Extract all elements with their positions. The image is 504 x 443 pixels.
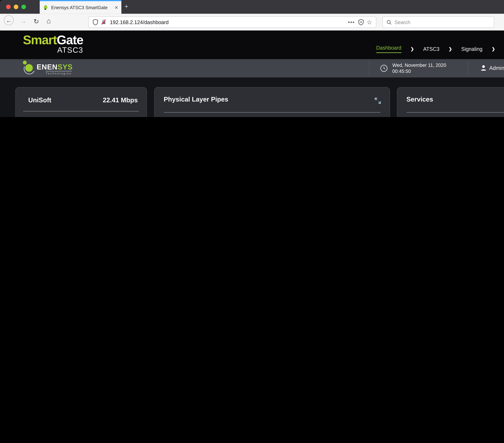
user-icon xyxy=(480,65,487,71)
home-button[interactable]: ⌂ xyxy=(47,17,51,25)
app-header: SmartGate ATSC3 Dashboard ❯ ATSC3 ❯ Sign… xyxy=(0,31,504,59)
window-close-button[interactable] xyxy=(6,4,11,9)
breadcrumb: Dashboard ❯ ATSC3 ❯ Signaling ❯ PLP Mapp… xyxy=(376,45,504,53)
sub-header: ENENSYS Technologies Wed, November 11, 2… xyxy=(0,59,504,77)
search-bar[interactable]: Search xyxy=(382,17,494,28)
unisoft-bitrate: 22.41 Mbps xyxy=(103,97,138,104)
smartgate-logo: SmartGate ATSC3 xyxy=(23,33,83,55)
plp-title: Physical Layer Pipes xyxy=(164,96,228,104)
window-titlebar: Enensys ATSC3 SmartGate ✕ + xyxy=(0,0,504,14)
user-menu-label[interactable]: Administrator xyxy=(489,65,504,71)
brand-enen: ENEN xyxy=(36,63,57,71)
plp-panel: Physical Layer Pipes Bitrate (Mbps) 0510… xyxy=(154,87,390,117)
search-icon xyxy=(387,20,392,25)
bookmark-star-icon[interactable]: ☆ xyxy=(367,18,372,26)
page-actions-icon[interactable]: ••• xyxy=(348,19,355,25)
back-button[interactable]: ← xyxy=(4,15,14,25)
services-title: Services xyxy=(406,96,433,104)
browser-tab[interactable]: Enensys ATSC3 SmartGate ✕ xyxy=(40,0,121,14)
date-text: Wed, November 11, 2020 xyxy=(392,62,446,68)
window-minimize-button[interactable] xyxy=(14,4,18,9)
url-bar[interactable]: 192.168.2.124/dashboard ••• ☆ xyxy=(89,17,376,28)
tab-favicon-leaf-icon xyxy=(43,4,49,10)
datetime: Wed, November 11, 2020 00:45:50 xyxy=(392,62,446,74)
search-placeholder: Search xyxy=(395,19,410,25)
services-panel: Services Bitrate (Mbps) 0510152025 05101… xyxy=(397,87,504,117)
breadcrumb-atsc3[interactable]: ATSC3 xyxy=(423,46,439,52)
chevron-right-icon: ❯ xyxy=(411,47,414,52)
tab-close-icon[interactable]: ✕ xyxy=(114,5,118,10)
tracking-shield-icon[interactable] xyxy=(93,19,98,25)
tab-title: Enensys ATSC3 SmartGate xyxy=(51,5,112,10)
clock-icon xyxy=(380,65,388,72)
dashboard: UniSoft 22.41 Mbps Channel usage 96.6 % … xyxy=(0,77,504,117)
insecure-lock-icon[interactable] xyxy=(101,19,107,25)
brand-sub: Technologies xyxy=(46,71,72,75)
forward-button[interactable]: → xyxy=(20,18,26,25)
chevron-right-icon: ❯ xyxy=(492,47,495,52)
url-text[interactable]: 192.168.2.124/dashboard xyxy=(110,19,348,25)
app-root: Enensys ATSC3 SmartGate ✕ + ← → ↻ ⌂ 192.… xyxy=(0,0,504,117)
logo-smart-text: Smart xyxy=(23,33,57,47)
expand-icon[interactable] xyxy=(374,97,381,104)
unisoft-panel: UniSoft 22.41 Mbps Channel usage 96.6 % … xyxy=(15,87,147,117)
breadcrumb-dashboard[interactable]: Dashboard xyxy=(376,45,401,53)
reload-button[interactable]: ↻ xyxy=(34,18,39,26)
time-text: 00:45:50 xyxy=(392,68,446,74)
pocket-shield-icon[interactable] xyxy=(358,19,364,25)
chevron-right-icon: ❯ xyxy=(449,47,452,52)
logo-gate-text: Gate xyxy=(57,33,83,47)
brand-sys: SYS xyxy=(57,63,73,71)
breadcrumb-signaling[interactable]: Signaling xyxy=(461,46,483,52)
window-zoom-button[interactable] xyxy=(21,4,26,9)
unisoft-title: UniSoft xyxy=(28,97,51,104)
new-tab-button[interactable]: + xyxy=(124,3,128,10)
logo-sub-text: ATSC3 xyxy=(23,46,83,54)
